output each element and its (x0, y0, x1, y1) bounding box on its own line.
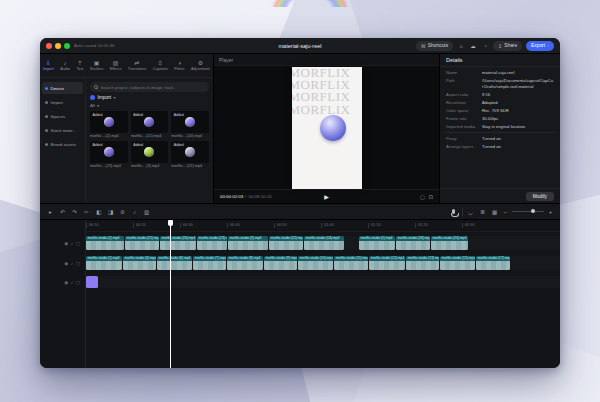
shortcuts-label: Shortcuts (428, 43, 448, 48)
titlebar-right: ⌘ Shortcuts ⌂ ☁ ◔ ↥ Share Export ▾ (322, 41, 554, 51)
hide-track-icon[interactable]: ◉ (64, 261, 68, 266)
tab-text[interactable]: T Text (76, 60, 83, 71)
toolbar-divider (462, 208, 463, 216)
mute-track-icon[interactable]: ♪ (71, 261, 73, 266)
timeline-clip[interactable]: morflix-studio (10).mp4 (298, 256, 333, 270)
media-thumbnail: Added (90, 111, 128, 133)
mute-track-icon[interactable]: ♪ (130, 207, 139, 216)
sticker-clip[interactable] (86, 276, 98, 288)
sidebar-item-device[interactable]: Device (42, 82, 83, 94)
undo-icon[interactable]: ↶ (58, 207, 67, 216)
mute-track-icon[interactable]: ♪ (71, 280, 73, 285)
tab-captions[interactable]: ≡ Captions (153, 60, 168, 71)
tab-icon: ▨ (113, 60, 119, 66)
tab-stickers[interactable]: ▣ Stickers (90, 60, 104, 71)
timeline-body: ◉ ♪ ▢ ◉ ♪ ▢ ◉ ♪ ▢ (40, 220, 560, 368)
media-item[interactable]: Added morflix-...(20).mp4 (171, 111, 209, 138)
mute-track-icon[interactable]: ♪ (71, 241, 73, 246)
media-item[interactable]: Added morflix-...(22).mp4 (171, 141, 209, 168)
tab-adjustment[interactable]: ⚙ Adjustment (191, 60, 210, 71)
import-row[interactable]: Import ▾ (90, 95, 209, 100)
source-dot-icon (45, 129, 48, 132)
timeline-clip[interactable]: morflix-studio (8).mp4 (227, 256, 263, 270)
tab-audio[interactable]: ♪ Audio (60, 60, 70, 71)
tab-filters[interactable]: ◑ Filters (174, 60, 184, 71)
search-input[interactable] (101, 85, 206, 90)
timeline-ruler[interactable]: 00:10 00:20 00:30 00:40 00:50 01:00 (86, 220, 560, 232)
sidebar-item-spaces[interactable]: Spaces (42, 110, 83, 122)
timeline-clip[interactable]: morflix-studio (24).mp4 (431, 236, 468, 250)
timeline-clip[interactable]: morflix-studio (17).mp4 (476, 256, 510, 270)
duplicate-icon[interactable]: ▥ (142, 207, 151, 216)
timeline-clip[interactable]: morflix-studio (11).mp4 (334, 256, 368, 270)
lock-track-icon[interactable]: ▢ (76, 241, 80, 246)
sidebar-item-import[interactable]: Import (42, 96, 83, 108)
timeline-clip[interactable]: morflix-studio (3).mp4 (228, 236, 268, 250)
source-dot-icon (45, 101, 48, 104)
autosave-status: Auto-saved 10:05:46 (74, 43, 115, 48)
close-window-button[interactable] (46, 43, 52, 49)
timeline-clip[interactable]: morflix-studio (22).mp4 (269, 236, 303, 250)
hide-track-icon[interactable]: ◉ (64, 241, 68, 246)
media-item[interactable]: Added morflix-...(2).mp4 (90, 111, 128, 138)
timeline-clip[interactable]: morflix-studio (12).mp4 (369, 256, 405, 270)
zoom-in-button[interactable]: + (547, 209, 554, 215)
voiceover-mic-icon[interactable] (452, 209, 455, 214)
timeline-clip[interactable]: morflix-studio (4).mp4 (123, 256, 156, 270)
share-button[interactable]: ↥ Share (493, 41, 522, 51)
tab-effects[interactable]: ▨ Effects (110, 60, 122, 71)
cloud-sync-icon[interactable]: ☁ (469, 43, 477, 49)
sidebar-item-stock-materials[interactable]: Stock mate... (42, 124, 83, 136)
hide-track-icon[interactable]: ◉ (64, 280, 68, 285)
select-cursor-icon[interactable]: ▸ (46, 207, 55, 216)
timeline-clip[interactable]: morflix-studio (16).mp4 (396, 236, 430, 250)
timeline-clip[interactable]: morflix-studio (1).mp4 (86, 256, 122, 270)
modify-button[interactable]: Modify (526, 192, 554, 201)
ratio-icon[interactable]: ▢ (420, 194, 425, 200)
tab-import[interactable]: ⇩ Import (43, 60, 54, 71)
field-label: Resolution (446, 100, 479, 105)
media-item[interactable]: Added morflix-...(23).mp4 (90, 141, 128, 168)
filter-all-dropdown[interactable]: All ▾ (90, 103, 209, 108)
lock-track-icon[interactable]: ▢ (76, 280, 80, 285)
timeline-clip[interactable]: morflix-studio (7).mp4 (193, 256, 226, 270)
timeline-clip[interactable]: morflix-studio (14).mp4 (304, 236, 344, 250)
field-value: Turned on (482, 136, 554, 141)
media-item[interactable]: Added morflix-...(3).mp4 (131, 141, 169, 168)
timeline-clip[interactable]: morflix-studio (15).mp4 (440, 256, 475, 270)
player-header: Player (214, 54, 439, 66)
timeline-clip[interactable]: morflix-studio (13).mp4 (406, 256, 439, 270)
minimize-window-button[interactable] (55, 43, 61, 49)
timeline-clip[interactable]: morflix-studio (23).mp4 (197, 236, 227, 250)
timeline-clip[interactable]: morflix-studio (2).mp4 (86, 236, 124, 250)
timeline-clip[interactable]: morflix-studio (5).mp4 (359, 236, 395, 250)
lock-track-icon[interactable]: ▢ (76, 261, 80, 266)
preview-axis-icon[interactable]: ▦ (490, 207, 499, 216)
delete-left-icon[interactable]: ◧ (94, 207, 103, 216)
timeline-clip[interactable]: morflix-studio (9).mp4 (264, 256, 297, 270)
media-item[interactable]: Added morflix-...(21).mp4 (131, 111, 169, 138)
auto-snap-icon[interactable]: ≣ (478, 207, 487, 216)
fullscreen-icon[interactable]: ⊡ (429, 194, 433, 200)
timeline-clip[interactable]: morflix-studio (20).mp4 (160, 236, 196, 250)
shortcuts-button[interactable]: ⌘ Shortcuts (416, 41, 453, 51)
timeline-zoom-slider[interactable] (512, 211, 544, 212)
delete-icon[interactable]: ⊘ (118, 207, 127, 216)
tab-transitions[interactable]: ⇄ Transitions (128, 60, 146, 71)
split-icon[interactable]: ✂ (82, 207, 91, 216)
export-button[interactable]: Export ▾ (526, 41, 554, 51)
tab-icon: ◑ (177, 60, 181, 66)
timeline-clip[interactable]: morflix-studio (21).mp4 (125, 236, 159, 250)
zoom-window-button[interactable] (64, 43, 70, 49)
redo-icon[interactable]: ↷ (70, 207, 79, 216)
timeline-clip[interactable]: morflix-studio (6).mp4 (157, 256, 192, 270)
sidebar-item-brand-assets[interactable]: Brand assets (42, 138, 83, 150)
playhead[interactable] (170, 220, 171, 368)
zoom-out-button[interactable]: − (502, 209, 509, 215)
details-field: Arrange layers Turned on (446, 144, 554, 149)
magnet-icon[interactable]: ◡ (466, 207, 475, 216)
zoom-slider-knob[interactable] (531, 209, 535, 213)
device-connect-icon[interactable]: ⌂ (457, 43, 465, 49)
delete-right-icon[interactable]: ◨ (106, 207, 115, 216)
notifications-icon[interactable]: ◔ (481, 43, 489, 49)
